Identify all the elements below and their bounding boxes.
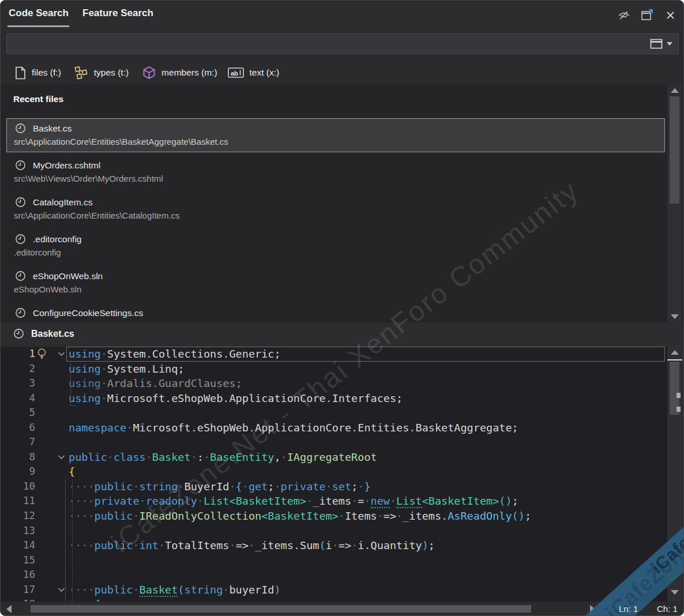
preview-file-name: Basket.cs <box>31 329 74 339</box>
recent-file-item[interactable]: MyOrders.cshtmlsrc\Web\Views\Order\MyOrd… <box>6 155 665 189</box>
recent-file-item[interactable]: CatalogItem.cssrc\ApplicationCore\Entiti… <box>6 192 665 226</box>
scroll-left-icon[interactable] <box>6 605 12 613</box>
preview-header: Basket.cs <box>1 322 683 347</box>
code-line-4: 4using·Microsoft.eShopWeb.ApplicationCor… <box>1 391 667 406</box>
members-icon <box>142 66 156 80</box>
code-text: { <box>69 464 75 479</box>
file-name: CatalogItem.cs <box>33 197 92 208</box>
code-line-7: 7 <box>1 435 667 450</box>
scrollbar-thumb[interactable] <box>670 96 679 204</box>
active-tab-underline <box>7 25 69 27</box>
line-number: 10 <box>1 479 35 494</box>
code-line-17: 17 ····public·Basket(string·buyerId) <box>1 583 667 598</box>
code-line-10: 10····public·string·BuyerId·{·get;·priva… <box>1 479 667 494</box>
scroll-right-icon[interactable] <box>590 605 595 613</box>
code-text: public·class·Basket·:·BaseEntity,·IAggre… <box>69 450 377 465</box>
scroll-up-icon[interactable] <box>671 350 679 355</box>
chevron-down-icon <box>58 455 65 460</box>
scroll-up-icon[interactable] <box>671 88 679 93</box>
hide-preview-button[interactable] <box>617 7 632 22</box>
code-line-15: 15 <box>1 553 667 568</box>
quick-actions-bulb[interactable] <box>37 348 47 359</box>
scrollbar-thumb[interactable] <box>31 605 531 613</box>
file-path: src\Web\Views\Order\MyOrders.cshtml <box>14 174 163 183</box>
horizontal-scrollbar-row: Ln: 1 Ch: 1 <box>1 602 684 616</box>
fold-toggle[interactable] <box>58 583 67 598</box>
fold-toggle[interactable] <box>58 450 67 465</box>
fold-toggle[interactable] <box>58 347 67 362</box>
filter-files[interactable]: files (f:) <box>15 66 61 80</box>
tab-code-search[interactable]: Code Search <box>9 7 69 19</box>
svg-text:ab: ab <box>231 70 238 77</box>
recent-file-item[interactable]: .editorconfig.editorconfig <box>6 229 665 263</box>
line-number: 6 <box>1 420 35 435</box>
filter-label: files (f:) <box>32 67 61 78</box>
line-number: 3 <box>1 376 35 391</box>
close-icon <box>666 11 675 20</box>
line-number: 2 <box>1 362 35 377</box>
clock-icon <box>15 234 26 245</box>
code-scrollbar[interactable] <box>667 347 682 602</box>
recent-list-scrollbar[interactable] <box>667 85 682 322</box>
line-number: 14 <box>1 538 35 553</box>
code-line-3: 3using·Ardalis.GuardClauses; <box>1 376 667 391</box>
code-line-1: 1 using·System.Collections.Generic; <box>1 347 667 362</box>
filter-members[interactable]: members (m:) <box>142 66 217 80</box>
scroll-down-icon[interactable] <box>671 590 679 595</box>
close-button[interactable] <box>663 7 678 22</box>
filter-text[interactable]: ab text (x:) <box>228 67 280 78</box>
code-line-5: 5 <box>1 405 667 420</box>
window-layout-icon <box>650 39 663 49</box>
popout-button[interactable] <box>640 7 655 22</box>
recent-files-region: Basket.cssrc\ApplicationCore\Entities\Ba… <box>1 85 683 322</box>
file-icon <box>15 66 26 80</box>
code-text: namespace·Microsoft.eShopWeb.Application… <box>69 420 518 435</box>
code-line-14: 14····public·int·TotalItems·=>·_items.Su… <box>1 538 667 553</box>
code-line-6: 6namespace·Microsoft.eShopWeb.Applicatio… <box>1 420 667 435</box>
clock-icon-slot <box>13 328 24 339</box>
file-name: .editorconfig <box>33 234 81 245</box>
filter-row: files (f:) types (t:) members (m:) ab te… <box>1 61 279 85</box>
line-number: 12 <box>1 509 35 524</box>
code-line-16: 16 <box>1 568 667 583</box>
line-number: 15 <box>1 553 35 568</box>
code-lines: 1 using·System.Collections.Generic;2usin… <box>1 347 667 602</box>
clock-icon <box>15 160 26 171</box>
clock-icon <box>15 123 26 134</box>
filter-label: members (m:) <box>161 67 217 78</box>
file-name: MyOrders.cshtml <box>33 160 100 171</box>
tab-feature-search[interactable]: Feature Search <box>82 7 153 19</box>
code-line-13: 13 <box>1 524 667 539</box>
recent-file-item[interactable]: Basket.cssrc\ApplicationCore\Entities\Ba… <box>6 118 665 152</box>
code-text: ····public·IReadOnlyCollection<BasketIte… <box>69 509 531 524</box>
scrollbar-annotation <box>677 407 681 412</box>
search-box <box>6 33 679 54</box>
file-name: ConfigureCookieSettings.cs <box>33 308 143 318</box>
recent-file-item[interactable]: eShopOnWeb.slneShopOnWeb.sln <box>6 266 665 300</box>
lightbulb-icon[interactable] <box>37 348 47 359</box>
file-path: .editorconfig <box>14 247 61 257</box>
line-number: 5 <box>1 405 35 420</box>
line-number: 17 <box>1 583 35 598</box>
search-input[interactable] <box>12 36 637 53</box>
line-number: 8 <box>1 450 35 465</box>
code-text: ····public·string·BuyerId·{·get;·private… <box>69 479 371 494</box>
code-text: ····{ <box>69 597 101 602</box>
chevron-down-icon <box>58 587 65 592</box>
code-search-window: Code Search Feature Search <box>0 0 684 616</box>
types-icon <box>74 66 88 80</box>
status-line-number: Ln: 1 <box>619 604 638 614</box>
line-number: 4 <box>1 391 35 406</box>
code-text: ····private·readonly·List<BasketItem>·_i… <box>69 494 518 509</box>
search-row <box>1 33 683 56</box>
recent-files-heading: Recent files <box>13 94 63 104</box>
line-number: 9 <box>1 464 35 479</box>
file-path: eShopOnWeb.sln <box>14 284 81 294</box>
results-layout-button[interactable] <box>645 36 675 51</box>
filter-types[interactable]: types (t:) <box>74 66 129 80</box>
code-line-18: 18····{ <box>1 597 667 602</box>
code-text: using·System.Collections.Generic; <box>69 347 281 362</box>
scroll-down-icon[interactable] <box>671 314 679 319</box>
code-line-2: 2using·System.Linq; <box>1 362 667 377</box>
code-line-12: 12····public·IReadOnlyCollection<BasketI… <box>1 509 667 524</box>
